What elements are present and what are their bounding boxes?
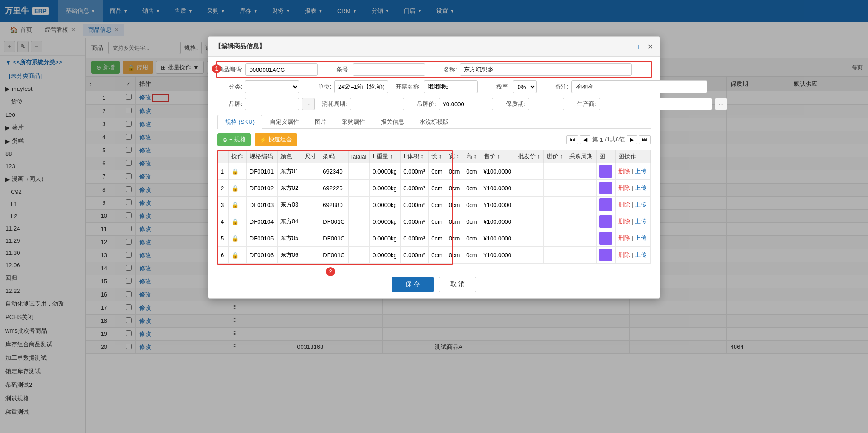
sku-col-width[interactable]: 宽 ↕: [446, 150, 463, 163]
sku-weight-cell: 0.0000kg: [370, 163, 401, 180]
sku-img-op-cell: 删除 | 上传: [615, 197, 650, 213]
sku-img: [599, 232, 612, 245]
brand-input[interactable]: [245, 98, 299, 110]
sku-upload-link[interactable]: 上传: [635, 201, 646, 208]
sku-wholesale-cell: [515, 247, 543, 264]
sku-cycle-cell: [566, 247, 596, 264]
sku-op-lock-cell[interactable]: 🔒: [229, 213, 247, 230]
sku-row: 4🔒DF00104东方04DF001C0.0000kg0.000m³0cm0cm…: [218, 213, 651, 230]
sku-num-cell: 3: [218, 197, 229, 213]
sku-length-cell: 0cm: [429, 180, 446, 197]
sku-op-lock-cell[interactable]: 🔒: [229, 180, 247, 197]
sku-col-weight[interactable]: ℹ 重量 ↕: [370, 150, 401, 163]
barcode-input[interactable]: [353, 63, 425, 76]
sku-lalalal-cell: [349, 180, 370, 197]
sku-col-img: 图: [596, 150, 615, 163]
sku-img-op-cell: 删除 | 上传: [615, 213, 650, 230]
modal-expand-button[interactable]: ＋: [635, 41, 643, 52]
sku-size-cell: [302, 213, 320, 230]
sku-size-cell: [302, 180, 320, 197]
sku-col-op: 操作: [229, 150, 247, 163]
sku-upload-link[interactable]: 上传: [635, 251, 646, 258]
form-group-hanger: 吊牌价:: [411, 98, 493, 110]
sku-op-lock-cell[interactable]: 🔒: [229, 163, 247, 180]
category-select[interactable]: [245, 80, 299, 93]
tab-images[interactable]: 图片: [307, 115, 334, 129]
sku-col-size: 尺寸: [302, 150, 320, 163]
prev-page-button[interactable]: ◀: [580, 135, 590, 144]
sku-barcode-cell: 692880: [320, 197, 349, 213]
next-page-button[interactable]: ▶: [627, 135, 637, 144]
unit-input[interactable]: [334, 80, 388, 93]
save-button[interactable]: 保 存: [392, 277, 434, 292]
sku-img-cell: [596, 230, 615, 247]
last-page-button[interactable]: ⏭: [639, 135, 651, 144]
hanger-input[interactable]: [439, 98, 493, 110]
sku-color-cell: 东方01: [277, 163, 302, 180]
sku-delete-link[interactable]: 删除: [618, 218, 630, 225]
page-label: 第: [592, 136, 598, 144]
sku-delete-link[interactable]: 删除: [618, 235, 630, 241]
sku-cost-cell: [544, 230, 566, 247]
sku-upload-link[interactable]: 上传: [635, 168, 646, 174]
sku-op-lock-cell[interactable]: 🔒: [229, 197, 247, 213]
tab-custom-attr[interactable]: 自定义属性: [262, 115, 307, 129]
sku-col-price[interactable]: 售价 ↕: [481, 150, 515, 163]
sku-col-cost[interactable]: 进价 ↕: [544, 150, 566, 163]
product-code-label: 商品编码:: [217, 66, 243, 74]
shelf-life-input[interactable]: [528, 98, 564, 110]
name-input[interactable]: [460, 63, 632, 76]
sku-op-lock-cell[interactable]: 🔒: [229, 247, 247, 264]
tab-customs[interactable]: 报关信息: [373, 115, 412, 129]
sku-upload-link[interactable]: 上传: [635, 235, 646, 241]
expiry-label: 消耗周期:: [322, 100, 347, 108]
sku-price-cell: ¥100.0000: [481, 180, 515, 197]
sku-col-wholesale[interactable]: 批发价 ↕: [515, 150, 543, 163]
expiry-input[interactable]: [350, 98, 404, 110]
brand-more-button[interactable]: ···: [302, 98, 315, 110]
sku-height-cell: 0cm: [463, 213, 481, 230]
tax-select[interactable]: 0%: [513, 80, 537, 93]
producer-input[interactable]: [599, 98, 712, 110]
cancel-button[interactable]: 取 消: [439, 277, 476, 292]
sku-col-lalalal: lalalal: [349, 150, 370, 163]
sku-col-volume[interactable]: ℹ 体积 ↕: [401, 150, 429, 163]
sku-num-cell: 1: [218, 163, 229, 180]
sku-lalalal-cell: [349, 230, 370, 247]
sku-size-cell: [302, 197, 320, 213]
first-page-button[interactable]: ⏮: [566, 135, 578, 144]
tab-sku[interactable]: 规格 (SKU): [217, 115, 262, 129]
form-row-1: 商品编码: 条号: 名称: 1: [217, 63, 651, 76]
note-input[interactable]: [571, 80, 707, 93]
sku-delete-link[interactable]: 删除: [618, 251, 630, 258]
product-code-input[interactable]: [245, 63, 318, 76]
add-spec-button[interactable]: ⊕ + 规格: [217, 133, 251, 146]
producer-more-button[interactable]: ···: [715, 98, 727, 110]
sku-toolbar: ⊕ + 规格 ⚡ 快速组合 ⏮ ◀ 第 1 /1共6笔 ▶ ⏭: [217, 133, 651, 146]
combo-button[interactable]: ⚡ 快速组合: [255, 133, 297, 146]
sku-upload-link[interactable]: 上传: [635, 218, 646, 225]
edit-product-modal: 【编辑商品信息】 ＋ ✕ 商品编码: 条号: 名称: [208, 36, 660, 299]
sku-img: [599, 215, 612, 228]
sku-op-lock-cell[interactable]: 🔒: [229, 230, 247, 247]
sku-delete-link[interactable]: 删除: [618, 184, 630, 191]
invoice-name-input[interactable]: [424, 80, 478, 93]
sku-cost-cell: [544, 213, 566, 230]
sku-col-height[interactable]: 高 ↕: [463, 150, 481, 163]
invoice-name-label: 开票名称:: [396, 83, 421, 91]
sku-img-cell: [596, 180, 615, 197]
sku-code-cell: DF00102: [246, 180, 277, 197]
sku-delete-link[interactable]: 删除: [618, 168, 630, 174]
tab-purchase-attr[interactable]: 采购属性: [334, 115, 373, 129]
sku-width-cell: 0cm: [446, 180, 463, 197]
sku-col-length[interactable]: 长 ↕: [429, 150, 446, 163]
unit-label: 单位:: [307, 83, 331, 91]
tab-wash-label[interactable]: 水洗标模版: [412, 115, 457, 129]
form-group-expiry: 消耗周期:: [322, 98, 404, 110]
sku-width-cell: 0cm: [446, 230, 463, 247]
modal-footer: 保 存 取 消: [208, 270, 660, 298]
sku-col-num: [218, 150, 229, 163]
modal-close-button[interactable]: ✕: [647, 42, 653, 51]
sku-upload-link[interactable]: 上传: [635, 184, 646, 191]
sku-delete-link[interactable]: 删除: [618, 201, 630, 208]
